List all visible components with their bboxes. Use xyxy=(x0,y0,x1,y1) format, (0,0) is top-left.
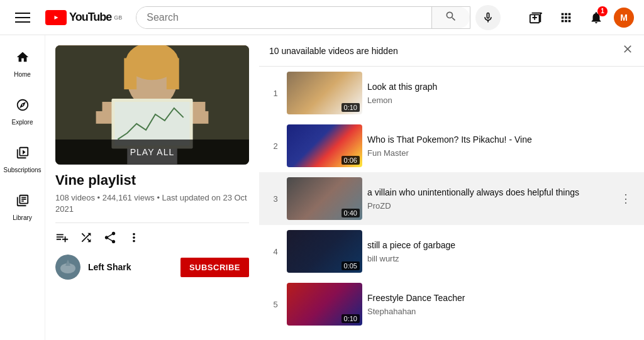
video-thumbnail: 0:05 xyxy=(287,230,362,273)
notification-badge: 1 xyxy=(597,6,608,16)
more-actions-button[interactable] xyxy=(127,231,141,244)
sidebar-subscriptions-label: Subscriptions xyxy=(3,167,41,173)
video-number: 2 xyxy=(269,141,282,151)
create-icon xyxy=(529,11,543,25)
video-title: a villain who unintentionally always doe… xyxy=(367,187,613,198)
video-duration: 0:40 xyxy=(341,209,360,217)
playlist-thumbnail[interactable]: PLAY ALL xyxy=(55,45,249,165)
add-to-queue-icon xyxy=(55,231,69,244)
search-icon xyxy=(445,10,457,23)
video-item[interactable]: 3 0:40 a villain who unintentionally alw… xyxy=(259,172,644,225)
video-info: Look at this graph Lemon xyxy=(367,81,613,104)
video-item[interactable]: 2 0:06 Who is That Pokemon? Its Pikachu!… xyxy=(259,119,644,172)
apps-button[interactable] xyxy=(553,5,579,30)
youtube-logo[interactable]: YouTubeGB xyxy=(45,10,122,25)
youtube-icon xyxy=(45,10,67,25)
share-icon xyxy=(103,231,117,244)
search-container xyxy=(136,5,501,30)
video-item[interactable]: 5 0:10 Freestyle Dance Teacher Stephahah… xyxy=(259,278,644,331)
main: PLAY ALL Vine playlist 108 videos • 244,… xyxy=(45,35,644,340)
video-more-button[interactable]: ⋮ xyxy=(618,189,634,208)
more-icon xyxy=(127,231,141,244)
svg-rect-4 xyxy=(167,58,179,89)
notifications-button[interactable]: 1 xyxy=(584,5,609,30)
search-input[interactable] xyxy=(136,7,431,28)
video-info: a villain who unintentionally always doe… xyxy=(367,187,613,210)
video-number: 1 xyxy=(269,89,282,98)
hidden-videos-banner: 10 unavailable videos are hidden xyxy=(259,35,644,67)
video-number: 4 xyxy=(269,247,282,256)
video-info: Who is That Pokemon? Its Pikachu! - Vine… xyxy=(367,134,613,157)
video-duration: 0:10 xyxy=(341,103,360,112)
video-duration: 0:10 xyxy=(341,314,360,323)
playlist-meta: 108 videos • 244,161 views • Last update… xyxy=(55,192,249,215)
avatar[interactable]: M xyxy=(614,8,634,28)
video-list: 1 0:10 Look at this graph Lemon ⋮ 2 0:06… xyxy=(259,67,644,331)
apps-icon xyxy=(559,11,573,25)
sidebar-item-explore[interactable]: Explore xyxy=(3,90,43,133)
sidebar-home-label: Home xyxy=(14,71,31,78)
header-left: YouTubeGB xyxy=(10,5,122,30)
video-channel: bill wurtz xyxy=(367,254,613,263)
video-duration: 0:05 xyxy=(341,261,360,270)
video-duration: 0:06 xyxy=(341,156,360,165)
hidden-videos-text: 10 unavailable videos are hidden xyxy=(269,46,398,56)
create-button[interactable] xyxy=(523,5,548,30)
playlist-actions xyxy=(55,222,249,244)
video-thumbnail: 0:10 xyxy=(287,283,362,326)
home-icon xyxy=(16,50,30,67)
video-channel: Stephahahan xyxy=(367,307,613,316)
video-info: still a piece of garbage bill wurtz xyxy=(367,239,613,263)
video-thumbnail: 0:40 xyxy=(287,177,362,220)
mic-button[interactable] xyxy=(475,5,501,30)
explore-icon xyxy=(16,98,30,115)
video-thumbnail: 0:10 xyxy=(287,72,362,114)
video-item[interactable]: 4 0:05 still a piece of garbage bill wur… xyxy=(259,225,644,278)
header: YouTubeGB xyxy=(0,0,644,35)
video-thumbnail: 0:06 xyxy=(287,124,362,167)
hamburger-icon xyxy=(15,13,30,23)
subscribe-button[interactable]: SUBSCRIBE xyxy=(180,258,249,277)
svg-rect-3 xyxy=(124,58,136,89)
share-button[interactable] xyxy=(103,231,117,244)
sidebar-item-home[interactable]: Home xyxy=(3,43,43,85)
search-bar xyxy=(136,6,470,29)
close-banner-button[interactable] xyxy=(621,43,634,58)
sidebar-item-subscriptions[interactable]: Subscriptions xyxy=(3,138,43,181)
video-channel: Lemon xyxy=(367,96,613,105)
video-number: 3 xyxy=(269,194,282,204)
header-right: 1 M xyxy=(523,5,634,30)
channel-avatar[interactable] xyxy=(55,255,80,280)
search-button[interactable] xyxy=(431,7,470,28)
video-info: Freestyle Dance Teacher Stephahahan xyxy=(367,292,613,315)
sidebar-item-library[interactable]: Library xyxy=(3,186,43,229)
sidebar-explore-label: Explore xyxy=(12,119,33,126)
channel-name: Left Shark xyxy=(88,262,173,272)
play-all-overlay[interactable]: PLAY ALL xyxy=(55,140,249,165)
video-item[interactable]: 1 0:10 Look at this graph Lemon ⋮ xyxy=(259,67,644,119)
video-title: Who is That Pokemon? Its Pikachu! - Vine xyxy=(367,134,613,145)
shuffle-button[interactable] xyxy=(79,231,93,244)
sidebar-library-label: Library xyxy=(13,214,32,221)
shuffle-icon xyxy=(79,231,93,244)
playlist-title: Vine playlist xyxy=(55,172,249,189)
channel-avatar-image xyxy=(55,255,80,280)
video-channel: Fun Master xyxy=(367,148,613,158)
youtube-gb: GB xyxy=(114,14,122,21)
video-title: still a piece of garbage xyxy=(367,239,613,251)
mic-icon xyxy=(482,11,494,24)
left-panel: PLAY ALL Vine playlist 108 videos • 244,… xyxy=(45,35,259,340)
hamburger-menu-button[interactable] xyxy=(10,5,35,30)
library-icon xyxy=(16,194,30,211)
body: Home Explore Subscriptions Library xyxy=(0,35,644,340)
youtube-wordmark: YouTube xyxy=(69,11,111,24)
video-channel: ProZD xyxy=(367,201,613,211)
close-icon xyxy=(621,43,634,55)
subscriptions-icon xyxy=(16,146,30,163)
right-panel: 10 unavailable videos are hidden 1 0:10 … xyxy=(259,35,644,340)
channel-row: Left Shark SUBSCRIBE xyxy=(55,255,249,280)
sidebar: Home Explore Subscriptions Library xyxy=(0,35,45,340)
add-to-queue-button[interactable] xyxy=(55,231,69,244)
video-title: Freestyle Dance Teacher xyxy=(367,292,613,304)
video-number: 5 xyxy=(269,300,282,309)
